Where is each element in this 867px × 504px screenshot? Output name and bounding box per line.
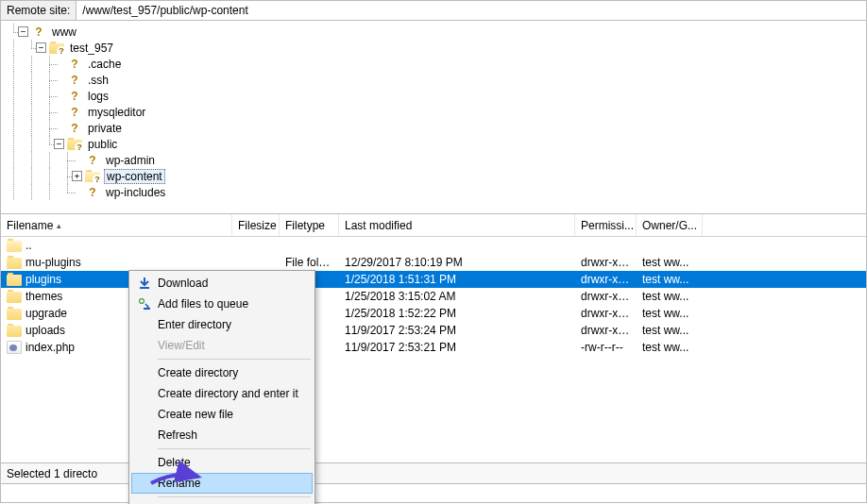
file-size	[232, 244, 280, 246]
file-owner: test ww...	[637, 306, 703, 321]
unknown-folder-icon: ?	[67, 90, 82, 102]
file-permissions: drwxr-xr-x	[575, 255, 637, 270]
expand-toggle-icon[interactable]: +	[72, 171, 82, 181]
tree-item-label: wp-admin	[104, 154, 157, 167]
tree-item-private[interactable]: ?private	[1, 120, 866, 136]
menu-item-download[interactable]: Download	[131, 273, 313, 294]
menu-item-create-directory-and-enter-it[interactable]: Create directory and enter it	[131, 383, 313, 404]
svg-rect-2	[144, 308, 150, 310]
menu-item-enter-directory[interactable]: Enter directory	[131, 314, 313, 335]
menu-item-refresh[interactable]: Refresh	[131, 425, 313, 445]
unknown-folder-icon: ?	[67, 74, 82, 86]
menu-item-copy-url-s-to-clipboard[interactable]: Copy URL(s) to clipboard	[131, 500, 313, 504]
tree-item--ssh[interactable]: ?.ssh	[1, 72, 866, 88]
unknown-folder-icon: ?	[67, 106, 82, 118]
folder-icon: ?	[67, 138, 82, 150]
file-row-parent[interactable]: ..	[1, 237, 866, 254]
menu-item-create-directory[interactable]: Create directory	[131, 362, 313, 383]
file-permissions: drwxr-xr-x	[575, 272, 637, 287]
tree-item-test_957[interactable]: −?test_957	[1, 40, 866, 56]
svg-rect-0	[140, 287, 149, 289]
tree-item-label: wp-includes	[104, 186, 167, 199]
menu-item-label: Create directory and enter it	[158, 387, 298, 400]
expand-toggle-icon[interactable]: −	[18, 26, 28, 37]
menu-item-create-new-file[interactable]: Create new file	[131, 404, 313, 425]
unknown-folder-icon: ?	[31, 25, 46, 38]
file-modified: 11/9/2017 2:53:21 PM	[339, 340, 575, 355]
file-name: upgrade	[26, 307, 67, 320]
menu-item-label: Delete	[158, 456, 191, 469]
menu-item-view-edit: View/Edit	[131, 335, 313, 356]
tree-item-label: logs	[86, 90, 110, 103]
file-permissions: -rw-r--r--	[575, 340, 637, 355]
tree-item-logs[interactable]: ?logs	[1, 88, 866, 104]
unknown-folder-icon: ?	[67, 58, 82, 70]
file-owner: test ww...	[637, 340, 703, 355]
menu-item-label: Create new file	[158, 408, 233, 421]
expand-toggle-icon[interactable]: −	[54, 139, 64, 149]
col-filetype[interactable]: Filetype	[280, 214, 339, 236]
file-modified: 1/25/2018 3:15:02 AM	[339, 289, 575, 304]
file-name: mu-plugins	[26, 256, 81, 269]
remote-tree[interactable]: −?www−?test_957?.cache?.ssh?logs?mysqled…	[0, 21, 867, 214]
menu-item-rename[interactable]: Rename	[131, 473, 313, 494]
file-type	[280, 244, 339, 246]
unknown-folder-icon: ?	[67, 122, 82, 134]
tree-item-label: test_957	[68, 42, 115, 55]
file-permissions: drwxr-xr-x	[575, 306, 637, 321]
folder-icon	[7, 273, 22, 286]
remote-site-row: Remote site: /www/test_957/public/wp-con…	[0, 0, 867, 21]
file-type: File folder	[280, 255, 339, 270]
menu-item-label: Rename	[158, 477, 200, 490]
menu-item-label: Add files to queue	[158, 297, 248, 311]
file-modified: 12/29/2017 8:10:19 PM	[339, 255, 575, 270]
file-name: ..	[26, 239, 32, 252]
file-permissions: drwxr-xr-x	[575, 289, 637, 304]
file-name: themes	[26, 290, 62, 303]
folder-icon: ?	[85, 170, 100, 182]
file-modified: 11/9/2017 2:53:24 PM	[339, 323, 575, 338]
menu-item-label: View/Edit	[158, 339, 205, 352]
menu-item-add-files-to-queue[interactable]: Add files to queue	[131, 294, 313, 314]
tree-item-wp-content[interactable]: +?wp-content	[1, 168, 866, 184]
file-owner: test ww...	[637, 323, 703, 338]
expand-toggle-icon[interactable]: −	[36, 42, 46, 53]
tree-item-wp-admin[interactable]: ?wp-admin	[1, 152, 866, 168]
tree-item-mysqleditor[interactable]: ?mysqleditor	[1, 104, 866, 120]
tree-item-label: .ssh	[86, 74, 110, 87]
download-icon	[137, 276, 152, 291]
tree-item--cache[interactable]: ?.cache	[1, 56, 866, 72]
sort-asc-icon: ▴	[57, 221, 61, 230]
tree-item-public[interactable]: −?public	[1, 136, 866, 152]
col-last-modified[interactable]: Last modified	[339, 214, 575, 236]
folder-icon	[7, 290, 22, 303]
menu-separator	[158, 359, 311, 360]
menu-item-label: Create directory	[158, 366, 238, 379]
folder-open-icon	[7, 239, 22, 252]
col-owner-group[interactable]: Owner/G...	[637, 214, 703, 236]
menu-item-label: Refresh	[158, 428, 197, 442]
file-modified: 1/25/2018 1:51:31 PM	[339, 272, 575, 287]
col-filesize[interactable]: Filesize	[232, 214, 280, 236]
unknown-folder-icon: ?	[85, 154, 100, 166]
file-row-mu-plugins[interactable]: mu-pluginsFile folder12/29/2017 8:10:19 …	[1, 254, 866, 271]
menu-item-label: Download	[158, 277, 208, 290]
menu-item-delete[interactable]: Delete	[131, 452, 313, 473]
tree-item-www[interactable]: −?www	[1, 24, 866, 40]
tree-item-wp-includes[interactable]: ?wp-includes	[1, 184, 866, 200]
col-permissions[interactable]: Permissi...	[575, 214, 637, 236]
php-file-icon	[7, 341, 22, 354]
file-permissions	[575, 244, 637, 246]
file-list-header: Filename▴ Filesize Filetype Last modifie…	[1, 214, 866, 237]
tree-item-label: .cache	[86, 58, 123, 71]
file-name: uploads	[26, 324, 65, 337]
file-owner	[637, 244, 703, 246]
file-modified	[339, 244, 575, 246]
remote-site-path[interactable]: /www/test_957/public/wp-content	[76, 2, 866, 19]
tree-item-label: www	[50, 25, 78, 39]
file-owner: test ww...	[637, 255, 703, 270]
file-name: plugins	[26, 273, 61, 286]
col-filename[interactable]: Filename▴	[1, 214, 232, 236]
folder-icon	[7, 256, 22, 269]
tree-item-label: public	[86, 138, 119, 151]
